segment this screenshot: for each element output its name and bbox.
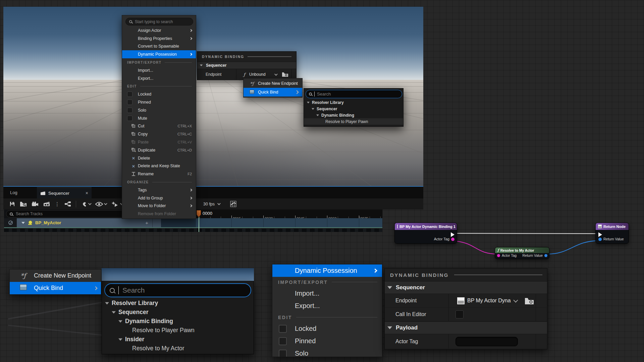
render-movie-button[interactable] — [43, 201, 50, 206]
browse-icon[interactable] — [282, 72, 288, 77]
actor-tag-input[interactable] — [455, 337, 518, 346]
menu-item-convert-to-spawnable[interactable]: Convert to Spawnable — [122, 43, 196, 51]
tree-item-resolve-to-player-pawn[interactable]: Resolve to Player Pawn — [304, 118, 403, 125]
quick-bind-search-input[interactable]: Search — [306, 90, 402, 98]
expand-arrow-icon[interactable] — [21, 222, 25, 224]
track-label-cell[interactable]: BP_MyActor + — [17, 218, 161, 227]
menu-item-export[interactable]: Export... — [122, 74, 196, 82]
tree-item-resolver-library[interactable]: Resolver Library — [304, 99, 403, 106]
menu-item-delete[interactable]: ×Delete — [122, 154, 196, 162]
chevron-down-icon[interactable] — [274, 72, 278, 76]
menu-item-mute[interactable]: Mute — [122, 114, 196, 122]
playback-options-button[interactable] — [111, 201, 122, 207]
node-resolve-to-my-actor[interactable]: ƒ Resolve to My Actor Actor Tag Return V… — [495, 247, 549, 259]
menu-item-delete-and-keep-state[interactable]: ×Delete and Keep State — [122, 162, 196, 170]
return-value-output-pin[interactable] — [544, 254, 547, 257]
checkbox-solo[interactable] — [127, 108, 132, 113]
tree-item-resolver-library[interactable]: Resolver Library — [102, 299, 254, 308]
menu-item-dynamic-possession[interactable]: Dynamic Possession — [272, 264, 382, 277]
tree-item-sequencer[interactable]: Sequencer — [102, 308, 254, 317]
call-in-editor-checkbox[interactable] — [455, 310, 464, 318]
menu-item-duplicate[interactable]: +DuplicateCTRL+D — [122, 146, 196, 154]
menu-item-quick-bind[interactable]: Quick Bind — [10, 282, 101, 294]
curve-editor-button[interactable] — [230, 198, 236, 209]
menu-item-export[interactable]: Export... — [272, 300, 382, 312]
menu-item-add-to-group[interactable]: Add to Group — [122, 194, 196, 202]
browse-content-button[interactable] — [20, 201, 27, 207]
camera-button[interactable] — [32, 201, 39, 207]
menu-item-copy[interactable]: CopyCTRL+C — [122, 130, 196, 138]
chevron-down-icon[interactable] — [513, 298, 518, 303]
category-sequencer[interactable]: Sequencer — [385, 281, 547, 294]
endpoint-value[interactable]: Unbound — [249, 72, 266, 77]
timeline-ruler[interactable]: 00150030004500600075 — [196, 209, 382, 218]
exec-input-pin[interactable] — [598, 232, 602, 237]
menu-item-pinned[interactable]: Pinned — [272, 335, 382, 347]
category-payload[interactable]: Payload — [385, 321, 547, 334]
menu-item-locked[interactable]: Locked — [122, 90, 196, 98]
menu-item-locked[interactable]: Locked — [272, 322, 382, 335]
menu-item-solo[interactable]: Solo — [122, 106, 196, 114]
track-lane[interactable] — [161, 218, 382, 227]
expand-arrow-icon — [316, 114, 319, 116]
exec-output-pin[interactable] — [451, 232, 454, 237]
add-track-button[interactable]: + — [145, 220, 148, 226]
more-options-icon[interactable]: ⋮ — [55, 201, 60, 207]
sequencer-scroll-strip[interactable] — [4, 229, 382, 232]
menu-item-tags[interactable]: Tags — [122, 186, 196, 194]
dock-tab-bar: Log Sequencer × — [3, 187, 423, 198]
menu-item-quick-bind[interactable]: Quick Bind — [244, 88, 302, 97]
menu-item-assign-actor[interactable]: Assign Actor — [122, 26, 196, 35]
endpoint-value[interactable]: BP My Actor Dyna — [467, 298, 511, 304]
menu-item-label: Import... — [122, 68, 153, 73]
tree-item-resolve-to-player-pawn[interactable]: Resolve to Player Pawn — [102, 326, 254, 335]
tree-item-sequencer[interactable]: Sequencer — [304, 106, 403, 112]
tree-item-dynamic-binding[interactable]: Dynamic Binding — [102, 317, 254, 326]
menu-item-import[interactable]: Import... — [272, 287, 382, 300]
menu-item-solo[interactable]: Solo — [272, 347, 382, 357]
checkbox-locked[interactable] — [127, 92, 132, 97]
menu-search-input[interactable]: Start typing to search — [125, 18, 193, 25]
menu-item-import[interactable]: Import... — [122, 66, 196, 74]
track-row[interactable]: BP_MyActor + — [4, 218, 382, 228]
widget-blueprint-icon — [457, 297, 465, 304]
fps-dropdown[interactable]: 30 fps — [203, 198, 220, 209]
settings-wrench-button[interactable] — [81, 201, 91, 207]
menu-item-create-new-endpoint[interactable]: *ƒCreate New Endpoint — [10, 269, 101, 282]
actor-tag-input-pin[interactable] — [497, 254, 500, 257]
menu-item-cut[interactable]: CutCTRL+X — [122, 122, 196, 130]
sequence-hierarchy-button[interactable] — [64, 201, 71, 207]
actor-tag-output-pin[interactable] — [451, 238, 454, 241]
category-sequencer[interactable]: Sequencer — [197, 62, 296, 69]
track-mute-cell[interactable] — [4, 218, 17, 227]
menu-item-rename[interactable]: RenameF2 — [122, 170, 196, 178]
checkbox-solo[interactable] — [279, 350, 287, 357]
duplicate-icon: + — [131, 147, 136, 153]
checkbox-locked[interactable] — [279, 325, 287, 333]
return-value-input-pin[interactable] — [598, 238, 602, 241]
save-button[interactable] — [9, 201, 15, 207]
menu-item-remove-from-folder[interactable]: Remove from Folder — [122, 210, 196, 218]
tree-item-dynamic-binding[interactable]: Dynamic Binding — [304, 112, 403, 118]
menu-item-dynamic-possession[interactable]: Dynamic Possession — [122, 50, 196, 58]
node-return[interactable]: Return Node Return Value — [595, 223, 629, 244]
checkbox-pinned[interactable] — [279, 337, 287, 345]
menu-item-pinned[interactable]: Pinned — [122, 98, 196, 106]
tree-item-insider[interactable]: Insider — [102, 335, 254, 344]
menu-item-create-new-endpoint[interactable]: *ƒCreate New Endpoint — [244, 79, 302, 88]
browse-icon[interactable] — [525, 297, 534, 305]
menu-item-paste[interactable]: PasteCTRL+V — [122, 138, 196, 146]
checkbox-mute[interactable] — [127, 116, 132, 121]
zoom-search-input[interactable]: Search — [104, 283, 251, 297]
checkbox-pinned[interactable] — [127, 100, 132, 105]
node-bp-my-actor-dynamic-binding[interactable]: BP My Actor Dynamic Binding 1 Actor Tag — [394, 223, 457, 244]
tab-sequencer[interactable]: Sequencer × — [37, 187, 92, 198]
tab-log[interactable]: Log — [5, 187, 22, 198]
view-options-button[interactable] — [95, 202, 106, 206]
tree-item-label: Resolve to Player Pawn — [132, 327, 195, 334]
menu-item-move-to-folder[interactable]: Move to Folder — [122, 202, 196, 210]
expand-arrow-icon — [118, 320, 122, 322]
menu-item-binding-properties[interactable]: Binding Properties — [122, 35, 196, 43]
tree-item-resolve-to-my-actor[interactable]: Resolve to My Actor — [102, 344, 254, 353]
tab-close-icon[interactable]: × — [86, 190, 88, 196]
